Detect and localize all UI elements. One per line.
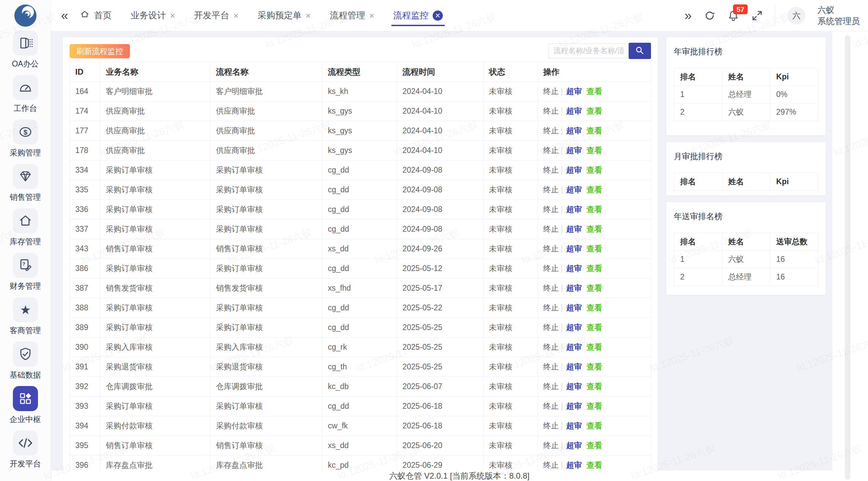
view-link[interactable]: 查看 (587, 107, 602, 115)
super-audit-link[interactable]: 超审 (566, 343, 582, 351)
view-link[interactable]: 查看 (587, 323, 602, 332)
action-separator: | (561, 461, 563, 469)
view-link[interactable]: 查看 (587, 205, 602, 214)
search-button[interactable] (629, 43, 651, 59)
super-audit-link[interactable]: 超审 (566, 225, 582, 233)
refresh-flow-monitor-button[interactable]: 刷新流程监控 (70, 44, 130, 58)
super-audit-link[interactable]: 超审 (566, 107, 582, 115)
sidebar-item[interactable]: $ 采购管理 (0, 118, 51, 162)
terminate-link[interactable]: 终止 (543, 362, 559, 371)
sidebar-item[interactable]: 工作台 (0, 74, 51, 118)
cell-id: 389 (70, 318, 100, 338)
view-link[interactable]: 查看 (587, 264, 602, 273)
cell-business-name: 销售发货审核 (100, 278, 211, 298)
view-link[interactable]: 查看 (587, 461, 602, 469)
terminate-link[interactable]: 终止 (543, 402, 559, 410)
fullscreen-icon[interactable] (751, 10, 763, 21)
terminate-link[interactable]: 终止 (543, 205, 559, 214)
tab[interactable]: 开发平台× (194, 0, 238, 31)
super-audit-link[interactable]: 超审 (566, 166, 582, 174)
terminate-link[interactable]: 终止 (543, 382, 559, 391)
sidebar-item[interactable]: ? 财务管理 (0, 251, 51, 296)
terminate-link[interactable]: 终止 (543, 461, 559, 469)
super-audit-link[interactable]: 超审 (566, 244, 582, 253)
super-audit-link[interactable]: 超审 (566, 146, 582, 155)
view-link[interactable]: 查看 (587, 244, 602, 253)
tab[interactable]: 采购预定单× (258, 0, 311, 31)
super-audit-link[interactable]: 超审 (566, 421, 582, 430)
terminate-link[interactable]: 终止 (543, 441, 559, 450)
super-audit-link[interactable]: 超审 (566, 441, 582, 450)
super-audit-link[interactable]: 超审 (566, 205, 582, 214)
super-audit-link[interactable]: 超审 (566, 323, 582, 332)
view-link[interactable]: 查看 (587, 421, 602, 430)
search-input[interactable] (548, 43, 629, 58)
terminate-link[interactable]: 终止 (543, 284, 559, 292)
view-link[interactable]: 查看 (587, 441, 602, 450)
view-link[interactable]: 查看 (587, 382, 602, 391)
terminate-link[interactable]: 终止 (543, 343, 559, 351)
view-link[interactable]: 查看 (587, 166, 602, 174)
cell-flow-type: cg_dd (322, 397, 397, 416)
page-scrollbar[interactable] (845, 35, 850, 480)
collapse-tabs-icon[interactable]: « (61, 9, 68, 22)
terminate-link[interactable]: 终止 (543, 107, 559, 115)
terminate-link[interactable]: 终止 (543, 421, 559, 430)
app-logo-swirl-icon[interactable] (14, 4, 37, 27)
cell-actions: 终止|超审查看 (538, 219, 651, 239)
sidebar-item[interactable]: 销售管理 (0, 162, 51, 207)
tab[interactable]: 流程管理× (330, 0, 374, 31)
tab-close-icon[interactable]: ✕ (433, 11, 443, 21)
sidebar-item[interactable]: 基础数据 (0, 340, 51, 385)
view-link[interactable]: 查看 (587, 87, 602, 96)
notifications-bell-icon[interactable]: 57 (728, 10, 739, 21)
terminate-link[interactable]: 终止 (543, 185, 559, 194)
oa-door-icon (13, 31, 38, 56)
avatar[interactable]: 六 (788, 7, 805, 24)
super-audit-link[interactable]: 超审 (566, 264, 582, 273)
tab-close-icon[interactable]: × (233, 11, 238, 20)
view-link[interactable]: 查看 (587, 126, 602, 135)
view-link[interactable]: 查看 (587, 303, 602, 312)
view-link[interactable]: 查看 (587, 343, 602, 351)
sidebar-item-label: 财务管理 (10, 281, 41, 291)
tab-close-icon[interactable]: × (170, 11, 175, 20)
tab-close-icon[interactable]: × (369, 11, 374, 20)
super-audit-link[interactable]: 超审 (566, 402, 582, 410)
super-audit-link[interactable]: 超审 (566, 303, 582, 312)
super-audit-link[interactable]: 超审 (566, 185, 582, 194)
terminate-link[interactable]: 终止 (543, 126, 559, 135)
super-audit-link[interactable]: 超审 (566, 461, 582, 469)
terminate-link[interactable]: 终止 (543, 166, 559, 174)
super-audit-link[interactable]: 超审 (566, 362, 582, 371)
terminate-link[interactable]: 终止 (543, 264, 559, 273)
sidebar-item[interactable]: 企业中枢 (0, 385, 51, 429)
tab[interactable]: 业务设计× (131, 0, 175, 31)
tab[interactable]: 流程监控✕ (393, 0, 443, 31)
terminate-link[interactable]: 终止 (543, 323, 559, 332)
sidebar-item[interactable]: ★ 客商管理 (0, 296, 51, 340)
view-link[interactable]: 查看 (587, 185, 602, 194)
terminate-link[interactable]: 终止 (543, 244, 559, 253)
view-link[interactable]: 查看 (587, 402, 602, 410)
footer-version-text: 六蚁仓管 V2.0.1 [当前系统版本：8.0.8] (389, 470, 529, 481)
terminate-link[interactable]: 终止 (543, 303, 559, 312)
terminate-link[interactable]: 终止 (543, 87, 559, 96)
terminate-link[interactable]: 终止 (543, 225, 559, 233)
view-link[interactable]: 查看 (587, 284, 602, 292)
tab-close-icon[interactable]: × (306, 11, 311, 20)
terminate-link[interactable]: 终止 (543, 146, 559, 155)
super-audit-link[interactable]: 超审 (566, 87, 582, 96)
super-audit-link[interactable]: 超审 (566, 284, 582, 292)
view-link[interactable]: 查看 (587, 225, 602, 233)
view-link[interactable]: 查看 (587, 362, 602, 371)
expand-tabs-icon[interactable]: » (685, 9, 692, 22)
view-link[interactable]: 查看 (587, 146, 602, 155)
sidebar-item[interactable]: OA办公 (0, 29, 51, 74)
sidebar-item[interactable]: 开发平台 (0, 429, 51, 474)
refresh-icon[interactable] (704, 10, 715, 21)
super-audit-link[interactable]: 超审 (566, 382, 582, 391)
tab[interactable]: 首页 (80, 0, 112, 31)
super-audit-link[interactable]: 超审 (566, 126, 582, 135)
sidebar-item[interactable]: 库存管理 (0, 207, 51, 251)
